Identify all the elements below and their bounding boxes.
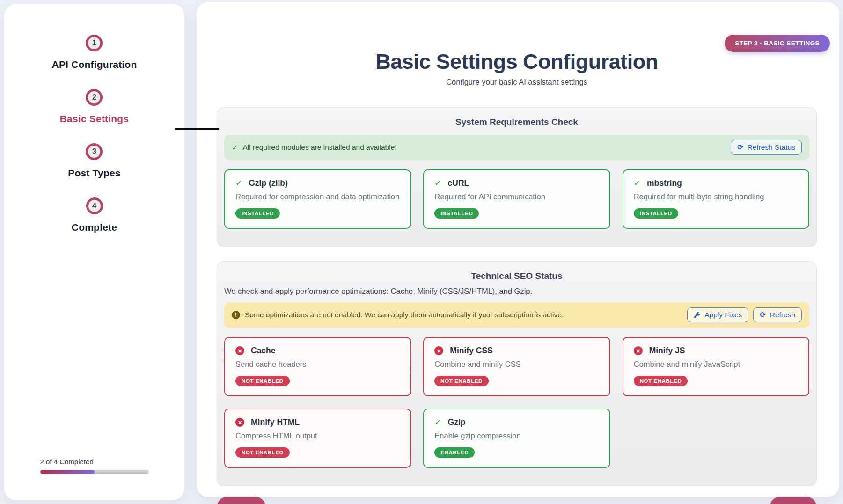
step-number: 1 — [92, 39, 96, 47]
wizard-progress: 2 of 4 Completed — [40, 458, 149, 500]
page-subtitle: Configure your basic AI assistant settin… — [217, 78, 817, 87]
refresh-status-label: Refresh Status — [747, 143, 795, 152]
seo-refresh-label: Refresh — [770, 311, 795, 319]
progress-track — [40, 470, 149, 474]
x-circle-icon: × — [634, 346, 643, 355]
card-description: Send cache headers — [235, 360, 400, 369]
check-icon: ✓ — [434, 178, 441, 188]
wizard-sidebar: 1 API Configuration 2 Basic Settings 3 P… — [4, 4, 184, 500]
card-description: Required for compression and data optimi… — [235, 192, 400, 201]
card-title: Minify JS — [649, 346, 685, 356]
warning-icon: ! — [232, 311, 240, 319]
seo-card-cache: × Cache Send cache headers NOT ENABLED — [224, 337, 411, 396]
seo-card-minify-js: × Minify JS Combine and minify JavaScrip… — [623, 337, 809, 396]
seo-heading: Technical SEO Status — [224, 262, 809, 287]
x-circle-icon: × — [235, 346, 244, 355]
status-badge: NOT ENABLED — [434, 376, 489, 386]
sidebar-item-basic-settings[interactable]: 2 Basic Settings — [60, 89, 129, 124]
check-icon: ✓ — [634, 178, 640, 188]
seo-refresh-button[interactable]: ⟳ Refresh — [753, 307, 802, 322]
step-circle-3: 3 — [86, 143, 103, 160]
step-connector-line — [175, 128, 219, 130]
step-label: Basic Settings — [60, 113, 129, 124]
requirement-card-mbstring: ✓ mbstring Required for multi-byte strin… — [623, 169, 809, 229]
card-title: Gzip (zlib) — [249, 178, 288, 188]
refresh-icon: ⟳ — [760, 311, 766, 319]
step-circle-2: 2 — [86, 89, 103, 106]
main-panel: STEP 2 - BASIC SETTINGS Basic Settings C… — [197, 2, 839, 497]
card-description: Enable gzip compression — [434, 431, 599, 440]
check-icon: ✓ — [235, 178, 242, 188]
card-title: Minify HTML — [251, 417, 300, 427]
requirement-card-curl: ✓ cURL Required for API communication IN… — [423, 169, 610, 229]
step-circle-1: 1 — [86, 35, 103, 51]
card-title: mbstring — [647, 178, 682, 188]
step-number: 4 — [92, 202, 96, 210]
step-label: Complete — [72, 222, 117, 233]
sidebar-item-post-types[interactable]: 3 Post Types — [68, 143, 120, 179]
step-label: Post Types — [68, 168, 120, 179]
progress-label: 2 of 4 Completed — [40, 458, 149, 466]
status-badge: NOT ENABLED — [634, 376, 688, 386]
x-circle-icon: × — [434, 346, 443, 355]
progress-fill — [40, 470, 95, 474]
x-circle-icon: × — [235, 418, 244, 427]
check-icon: ✓ — [434, 417, 441, 427]
seo-description: We check and apply performance optimizat… — [224, 287, 809, 296]
sidebar-item-complete[interactable]: 4 Complete — [72, 197, 117, 233]
seo-card-minify-html: × Minify HTML Compress HTML output NOT E… — [224, 409, 411, 468]
sidebar-item-api-configuration[interactable]: 1 API Configuration — [52, 35, 137, 70]
status-badge: INSTALLED — [634, 208, 678, 219]
step-label: API Configuration — [52, 59, 137, 70]
check-icon: ✓ — [232, 143, 238, 152]
step-badge: STEP 2 - BASIC SETTINGS — [725, 35, 830, 52]
requirements-success-alert: ✓ All required modules are installed and… — [224, 135, 809, 160]
card-title: Minify CSS — [450, 346, 492, 356]
step-number: 2 — [92, 93, 96, 102]
alert-text: Some optimizations are not enabled. We c… — [245, 311, 564, 319]
requirement-card-gzip-zlib: ✓ Gzip (zlib) Required for compression a… — [224, 169, 411, 229]
card-title: Cache — [251, 346, 276, 356]
seo-card-minify-css: × Minify CSS Combine and minify CSS NOT … — [423, 337, 610, 396]
status-badge: ENABLED — [434, 447, 475, 458]
next-button[interactable]: Next — [770, 497, 817, 504]
requirements-heading: System Requirements Check — [224, 108, 809, 135]
apply-fixes-button[interactable]: Apply Fixes — [687, 307, 748, 322]
card-title: cURL — [448, 178, 469, 188]
card-description: Required for multi-byte string handling — [634, 192, 798, 201]
refresh-status-button[interactable]: ⟳ Refresh Status — [731, 140, 802, 155]
card-title: Gzip — [448, 417, 466, 427]
seo-warning-alert: ! Some optimizations are not enabled. We… — [224, 302, 809, 328]
card-description: Compress HTML output — [235, 431, 400, 440]
step-circle-4: 4 — [86, 197, 103, 214]
card-description: Combine and minify JavaScript — [634, 360, 798, 369]
apply-fixes-label: Apply Fixes — [704, 311, 742, 319]
back-button[interactable]: Back — [217, 497, 266, 504]
wrench-icon — [694, 312, 701, 319]
status-badge: NOT ENABLED — [235, 376, 290, 386]
requirements-cards: ✓ Gzip (zlib) Required for compression a… — [224, 169, 809, 229]
wizard-footer: Back Next — [217, 497, 817, 504]
seo-card-gzip: ✓ Gzip Enable gzip compression ENABLED — [423, 409, 610, 468]
system-requirements-panel: System Requirements Check ✓ All required… — [217, 107, 817, 247]
seo-cards: × Cache Send cache headers NOT ENABLED ×… — [224, 337, 809, 468]
technical-seo-panel: Technical SEO Status We check and apply … — [217, 261, 817, 486]
card-description: Required for API communication — [434, 192, 599, 201]
status-badge: NOT ENABLED — [235, 447, 290, 458]
status-badge: INSTALLED — [434, 208, 479, 219]
step-number: 3 — [92, 147, 96, 156]
alert-text: All required modules are installed and a… — [242, 143, 396, 152]
card-description: Combine and minify CSS — [434, 360, 599, 369]
refresh-icon: ⟳ — [737, 144, 743, 151]
status-badge: INSTALLED — [235, 208, 280, 219]
